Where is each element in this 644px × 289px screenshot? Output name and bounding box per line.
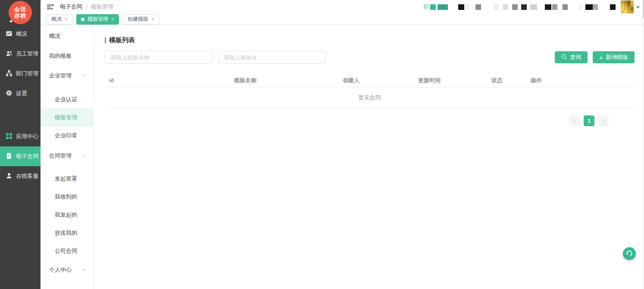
submenu-initiate-sign[interactable]: 发起签署 [41, 170, 93, 188]
submenu-received[interactable]: 我收到的 [41, 188, 93, 206]
column-header-status: 状态 [487, 77, 526, 84]
gear-icon [6, 90, 13, 98]
grid-icon [6, 133, 13, 141]
app-logo[interactable]: 会话 存档 [9, 1, 32, 24]
customer-service-fab[interactable] [623, 247, 636, 260]
close-icon[interactable]: × [151, 17, 154, 22]
contract-document-icon [6, 152, 13, 161]
redacted-block [610, 4, 616, 10]
submenu-enterprise-seal[interactable]: 企业印章 [41, 127, 93, 145]
pagination-page-1[interactable]: 1 [584, 115, 594, 126]
column-header-update-time: 更新时间 [414, 77, 487, 84]
sidebar-item-e-contract[interactable]: 电子合同 [0, 146, 41, 166]
redacted-block [512, 4, 518, 10]
redacted-block [475, 4, 481, 10]
redacted-block [579, 4, 583, 10]
submenu-label: 我的模板 [49, 52, 72, 60]
submenu-label: 抄送我的 [55, 229, 77, 237]
submenu-template-management[interactable]: 模版管理 [41, 109, 93, 127]
table-header-row: id 模版名称 创建人 更新时间 状态 操作 [105, 73, 635, 88]
chart-icon [6, 30, 13, 38]
redacted-block [563, 4, 568, 10]
person-icon [6, 172, 13, 180]
submenu-label: 合同管理 [49, 152, 72, 160]
submenu-label: 我收到的 [55, 193, 77, 201]
logo-text-line1: 会话 [14, 6, 26, 12]
submenu-label: 概况 [49, 32, 60, 40]
main-content: 模板列表 查询 + 新增模版 id 模版名称 创建人 更新时间 [94, 25, 644, 289]
breadcrumb-root[interactable]: 电子合同 [60, 3, 82, 11]
logo-text-line2: 存档 [14, 12, 26, 19]
pagination: ‹ 1 › [105, 115, 635, 126]
submenu-group-enterprise[interactable]: 企业管理 [41, 66, 93, 86]
submenu-label: 个人中心 [49, 266, 72, 274]
app-sidebar: 会话 存档 概况 员工管理 部门管理 设置 应用中心 [0, 0, 41, 289]
close-icon[interactable]: × [65, 17, 68, 22]
redacted-block [465, 4, 469, 10]
close-icon[interactable]: × [111, 17, 114, 22]
template-name-input[interactable] [105, 51, 213, 64]
sub-sidebar: 概况 我的模板 企业管理 企业认证 模版管理 企业印章 合同管理 发起签署 我收… [41, 25, 94, 289]
redacted-block [552, 4, 557, 10]
column-header-template-name: 模版名称 [230, 77, 338, 84]
submenu-group-contract[interactable]: 合同管理 [41, 146, 93, 166]
sidebar-item-label: 员工管理 [16, 50, 38, 58]
tab-label: 模版管理 [88, 16, 108, 23]
submenu-overview[interactable]: 概况 [41, 26, 93, 46]
header-user-area: 切 [423, 0, 640, 13]
sidebar-item-employees[interactable]: 员工管理 [0, 44, 41, 64]
submenu-initiated[interactable]: 我发起的 [41, 206, 93, 224]
template-id-input[interactable] [218, 51, 326, 64]
submenu-group-personal[interactable]: 个人中心 [41, 260, 93, 280]
template-table: id 模版名称 创建人 更新时间 状态 操作 暂无合同 [105, 73, 635, 108]
submenu-label: 模版管理 [55, 114, 77, 121]
redacted-block [438, 4, 448, 10]
org-tree-icon [6, 70, 13, 78]
avatar[interactable] [621, 0, 634, 13]
redacted-block [503, 4, 508, 10]
query-button[interactable]: 查询 [555, 51, 588, 63]
breadcrumb: 电子合同 / 模版管理 [60, 3, 113, 11]
menu-collapse-icon[interactable] [47, 3, 54, 10]
redacted-block [494, 4, 499, 10]
submenu-cc-me[interactable]: 抄送我的 [41, 224, 93, 242]
submenu-label: 公司合同 [55, 247, 77, 255]
sidebar-item-label: 应用中心 [16, 133, 38, 140]
table-empty-state: 暂无合同 [105, 88, 635, 108]
tab-label: 创建模版 [128, 16, 148, 23]
sidebar-item-overview[interactable]: 概况 [0, 24, 41, 44]
submenu-label: 企业印章 [55, 132, 77, 140]
chevron-down-icon[interactable] [636, 6, 640, 10]
tab-label: 概况 [51, 16, 62, 23]
title-accent-bar [105, 37, 106, 44]
submenu-my-templates[interactable]: 我的模板 [41, 46, 93, 66]
submenu-label: 我发起的 [55, 211, 77, 219]
sidebar-item-label: 电子合同 [16, 152, 38, 160]
submenu-label: 企业管理 [49, 72, 72, 80]
sidebar-item-departments[interactable]: 部门管理 [0, 64, 41, 84]
sidebar-item-label: 概况 [16, 30, 27, 38]
sidebar-item-app-center[interactable]: 应用中心 [0, 127, 41, 146]
sidebar-item-settings[interactable]: 设置 [0, 84, 41, 103]
page-title-text: 模板列表 [109, 36, 135, 44]
submenu-label: 发起签署 [55, 175, 77, 183]
add-template-button[interactable]: + 新增模版 [593, 51, 635, 63]
redacted-action-text[interactable]: 切 [423, 3, 429, 11]
submenu-company-contracts[interactable]: 公司合同 [41, 242, 93, 260]
redacted-block [545, 4, 551, 10]
sidebar-item-online-service[interactable]: 在线客服 [0, 166, 41, 186]
app-nav: 概况 员工管理 部门管理 设置 应用中心 电子合同 [0, 24, 41, 186]
chevron-up-icon [82, 154, 87, 158]
tab-template-management[interactable]: 模版管理 × [76, 14, 119, 25]
tab-overview[interactable]: 概况 × [47, 14, 72, 25]
redacted-block [593, 4, 598, 10]
submenu-enterprise-auth[interactable]: 企业认证 [41, 90, 93, 109]
screen: 会话 存档 概况 员工管理 部门管理 设置 应用中心 [0, 0, 644, 289]
breadcrumb-current: 模版管理 [91, 3, 113, 11]
pagination-next-button[interactable]: › [598, 115, 609, 126]
pagination-prev-button[interactable]: ‹ [569, 115, 580, 126]
action-buttons: 查询 + 新增模版 [555, 51, 635, 63]
column-header-actions: 操作 [526, 77, 635, 84]
tab-create-template[interactable]: 创建模版 × [123, 14, 159, 25]
plus-icon: + [599, 54, 603, 61]
